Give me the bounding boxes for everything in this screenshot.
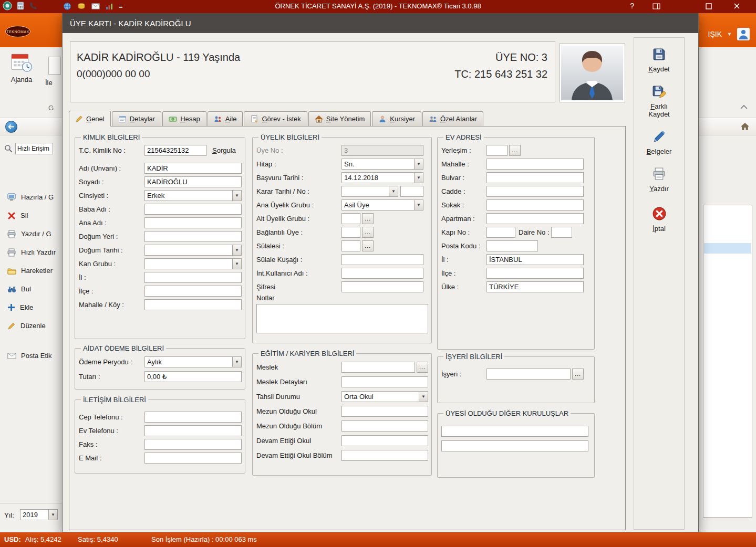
maximize-button[interactable]	[706, 3, 712, 9]
dogum-yeri-input[interactable]	[144, 231, 242, 242]
ev-ilce-input[interactable]	[486, 268, 584, 279]
mezun-okul-input[interactable]	[341, 406, 428, 417]
chevron-down-icon[interactable]: ▼	[414, 159, 423, 169]
background-list-panel[interactable]	[703, 205, 752, 518]
meslek-detaylari-input[interactable]	[341, 376, 428, 387]
kan-grubu-select[interactable]: ▼	[144, 258, 242, 269]
odeme-peryodu-select[interactable]: Aylık ▼	[144, 356, 242, 367]
other-org-input-1[interactable]	[441, 426, 588, 437]
tab-genel[interactable]: Genel	[69, 111, 111, 127]
cadde-input[interactable]	[486, 186, 584, 197]
mahalle-input[interactable]	[486, 159, 584, 170]
baba-adi-input[interactable]	[144, 204, 242, 215]
close-button[interactable]	[733, 3, 740, 9]
int-kullanici-input[interactable]	[341, 268, 423, 279]
tab-detaylar[interactable]: Detaylar	[112, 111, 161, 126]
documents-button[interactable]: Belgeler	[647, 130, 672, 155]
home-icon[interactable]	[740, 122, 750, 131]
faks-input[interactable]	[144, 439, 242, 450]
year-select[interactable]: 2019 ▼	[20, 509, 58, 520]
hitap-select[interactable]: Sn. ▼	[341, 159, 423, 170]
calculator-icon[interactable]	[17, 2, 24, 10]
adi-input[interactable]	[144, 163, 242, 174]
ana-adi-input[interactable]	[144, 217, 242, 228]
back-button[interactable]	[5, 121, 17, 133]
save-as-button[interactable]: Farklı Kaydet	[643, 85, 676, 118]
sidebar-item-ekle[interactable]: Ekle	[0, 298, 62, 317]
sidebar-item-hareketler[interactable]: Hareketler	[0, 261, 62, 280]
chevron-down-icon[interactable]: ▼	[232, 245, 241, 255]
coins-icon[interactable]	[77, 3, 86, 10]
mezun-bolum-input[interactable]	[341, 420, 428, 432]
dogum-tarihi-select[interactable]: ▼	[144, 245, 242, 256]
apartman-input[interactable]	[486, 213, 584, 224]
sidebar-item-bul[interactable]: Bul	[0, 280, 62, 298]
basvuru-tarihi-select[interactable]: 14.12.2018 ▼	[341, 172, 423, 183]
ribbon-button-partial[interactable]	[48, 57, 61, 75]
ev-il-input[interactable]	[486, 254, 584, 265]
notes-textarea[interactable]	[256, 304, 428, 333]
equals-icon[interactable]: =	[119, 3, 123, 10]
chevron-down-icon[interactable]: ▼	[232, 357, 241, 367]
alt-uyelik-grubu-input[interactable]	[341, 213, 360, 224]
chart-icon[interactable]	[106, 3, 113, 10]
mahalle-koy-input[interactable]	[144, 299, 242, 310]
collapse-ribbon-icon[interactable]	[740, 105, 748, 109]
sokak-input[interactable]	[486, 199, 584, 211]
chevron-down-icon[interactable]: ▼	[389, 186, 398, 196]
member-photo[interactable]	[559, 44, 625, 102]
mail-icon[interactable]	[91, 3, 100, 9]
soyadi-input[interactable]	[144, 176, 242, 187]
tab-hesap[interactable]: Hesap	[162, 111, 206, 126]
app-icon[interactable]	[3, 1, 12, 10]
other-org-input-2[interactable]	[441, 440, 588, 451]
tab-kursiyer[interactable]: Kursiyer	[372, 111, 421, 126]
sulalesi-lookup-button[interactable]: ...	[362, 240, 374, 251]
ajanda-button[interactable]: Ajanda	[4, 49, 39, 86]
baglantili-uye-input[interactable]	[341, 227, 360, 238]
karar-no-input[interactable]	[400, 186, 423, 197]
baglantili-uye-lookup-button[interactable]: ...	[362, 227, 374, 238]
tab-ozel-alanlar[interactable]: Özel Alanlar	[422, 111, 483, 126]
devam-bolum-input[interactable]	[341, 450, 428, 461]
ilce-input[interactable]	[144, 286, 242, 297]
save-button[interactable]: Kaydet	[648, 47, 669, 73]
sidebar-item-hizli-yazdir[interactable]: Hızlı Yazdır	[0, 243, 62, 261]
cancel-button[interactable]: İptal	[652, 206, 667, 233]
yerlesim-lookup-button[interactable]: ...	[509, 145, 521, 156]
cinsiyet-select[interactable]: Erkek ▼	[144, 190, 242, 201]
yerlesim-input[interactable]	[486, 145, 508, 156]
tab-gorev-istek[interactable]: Görev - İstek	[244, 111, 307, 126]
sidebar-item-yazdir[interactable]: Yazdır / G	[0, 225, 62, 243]
ev-telefonu-input[interactable]	[144, 425, 242, 436]
isyeri-lookup-button[interactable]: ...	[572, 369, 584, 380]
sidebar-item-duzenle[interactable]: Düzenle	[0, 317, 62, 335]
chevron-down-icon[interactable]: ▼	[232, 191, 241, 201]
kapi-no-input[interactable]	[486, 227, 515, 238]
sifresi-input[interactable]	[341, 281, 423, 292]
bulvar-input[interactable]	[486, 172, 584, 183]
sulalesi-input[interactable]	[341, 240, 360, 251]
help-button[interactable]: ?	[630, 2, 634, 10]
posta-kodu-input[interactable]	[486, 240, 538, 251]
ulke-input[interactable]	[486, 281, 584, 292]
chevron-down-icon[interactable]: ▼	[414, 173, 423, 183]
chevron-down-icon[interactable]: ▼	[232, 259, 241, 269]
chevron-down-icon[interactable]: ▼	[48, 510, 57, 520]
chevron-down-icon[interactable]: ▼	[419, 392, 428, 402]
daire-no-input[interactable]	[551, 227, 572, 238]
globe-icon[interactable]	[63, 2, 71, 10]
alt-uyelik-lookup-button[interactable]: ...	[362, 213, 374, 224]
chevron-down-icon[interactable]: ▼	[414, 200, 423, 210]
tab-aile[interactable]: Aile	[208, 111, 243, 126]
sidebar-item-sil[interactable]: Sil	[0, 206, 62, 225]
sidebar-item-hazirla[interactable]: Hazırla / G	[0, 188, 62, 206]
user-avatar-icon[interactable]	[737, 28, 750, 40]
layout-icon[interactable]	[653, 3, 660, 9]
search-input[interactable]	[15, 143, 53, 154]
ana-uyelik-grubu-select[interactable]: Asil Üye ▼	[341, 199, 423, 211]
sidebar-item-posta[interactable]: Posta Etik	[0, 346, 62, 365]
dialog-titlebar[interactable]: ÜYE KARTI - KADİR KADİROĞLU	[63, 13, 698, 33]
phone-icon[interactable]	[29, 2, 37, 10]
chevron-down-icon[interactable]: ▼	[727, 31, 732, 37]
